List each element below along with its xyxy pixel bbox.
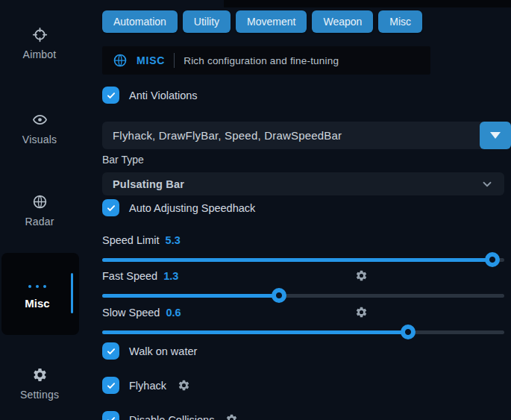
auto-adjusting-speedhack-toggle[interactable]: Auto Adjusting Speedhack	[102, 199, 255, 216]
triangle-down-icon	[490, 132, 501, 139]
checkbox-label: Anti Violations	[129, 90, 198, 101]
slider-thumb[interactable]	[485, 252, 500, 267]
bar-type-label: Bar Type	[102, 154, 144, 166]
category-tabs: Automation Utility Movement Weapon Misc	[102, 10, 422, 33]
slider-value: 1.3	[163, 270, 178, 282]
slider-track[interactable]	[102, 330, 504, 334]
speed-limit-label: Speed Limit 5.3	[102, 234, 504, 246]
slider-track[interactable]	[102, 294, 504, 298]
gear-icon[interactable]	[355, 269, 368, 282]
slider-thumb[interactable]	[272, 288, 286, 303]
bar-flags-value: Flyhack, DrawFlyBar, Speed, DrawSpeedBar	[102, 129, 480, 142]
sidebar-item-label: Visuals	[22, 134, 57, 145]
bar-flags-select[interactable]: Flyhack, DrawFlyBar, Speed, DrawSpeedBar	[102, 122, 511, 149]
sidebar: Aimbot Visuals Radar Misc Settings	[0, 0, 97, 420]
gear-icon	[32, 367, 48, 383]
slider-fill	[102, 294, 279, 298]
slider-fill	[102, 258, 492, 262]
checkbox-checked[interactable]	[102, 199, 119, 216]
checkbox-label: Disable Collisions	[129, 414, 214, 420]
divider	[174, 53, 175, 68]
fast-speed-label: Fast Speed 1.3	[102, 270, 504, 282]
slow-speed-label: Slow Speed 0.6	[102, 307, 504, 319]
sidebar-item-label: Settings	[20, 389, 59, 401]
bar-type-value: Pulsating Bar	[113, 178, 184, 190]
slider-fill	[102, 330, 408, 334]
slider-value: 5.3	[166, 234, 181, 246]
checkbox-checked[interactable]	[102, 377, 119, 394]
gear-icon[interactable]	[355, 306, 368, 319]
fast-speed-slider[interactable]	[102, 288, 504, 303]
eye-icon	[32, 112, 48, 128]
crosshair-icon	[32, 27, 48, 43]
sidebar-item-label: Misc	[1, 297, 73, 310]
tab-movement[interactable]: Movement	[236, 10, 307, 33]
ellipsis-icon	[1, 278, 73, 291]
walk-on-water-toggle[interactable]: Walk on water	[102, 342, 197, 360]
slider-thumb[interactable]	[401, 325, 416, 339]
dropdown-open-button[interactable]	[480, 122, 511, 149]
section-header: MISC Rich configuration and fine-tuning	[102, 46, 430, 75]
globe-icon	[113, 53, 128, 68]
slow-speed-slider[interactable]	[102, 325, 504, 339]
gear-icon[interactable]	[225, 413, 238, 420]
checkbox-checked[interactable]	[102, 342, 119, 360]
anti-violations-toggle[interactable]: Anti Violations	[102, 87, 198, 104]
globe-icon	[32, 194, 48, 210]
speed-limit-slider[interactable]	[102, 252, 504, 267]
slider-name: Speed Limit	[102, 234, 160, 246]
tab-utility[interactable]: Utility	[183, 10, 231, 33]
sidebar-item-settings[interactable]: Settings	[0, 367, 79, 401]
main-content: Automation Utility Movement Weapon Misc …	[102, 0, 511, 420]
sidebar-item-radar[interactable]: Radar	[0, 194, 79, 228]
sidebar-item-misc-active[interactable]: Misc	[1, 253, 79, 335]
checkbox-label: Flyhack	[129, 380, 166, 392]
sidebar-item-aimbot[interactable]: Aimbot	[0, 27, 79, 61]
tab-misc[interactable]: Misc	[378, 10, 422, 33]
section-title: MISC	[137, 54, 165, 66]
bar-type-select[interactable]: Pulsating Bar	[102, 172, 504, 195]
tab-weapon[interactable]: Weapon	[312, 10, 373, 33]
slider-name: Slow Speed	[102, 307, 160, 319]
gear-icon[interactable]	[178, 379, 190, 392]
slider-value: 0.6	[166, 307, 181, 319]
slider-name: Fast Speed	[102, 270, 157, 282]
active-indicator-bar	[71, 273, 73, 313]
chevron-down-icon	[480, 178, 494, 191]
checkbox-checked[interactable]	[102, 87, 119, 104]
checkbox-checked[interactable]	[102, 411, 119, 420]
flyhack-toggle[interactable]: Flyhack	[102, 377, 190, 394]
section-subtitle: Rich configuration and fine-tuning	[184, 55, 339, 66]
tab-automation[interactable]: Automation	[102, 10, 178, 33]
sidebar-item-label: Radar	[25, 216, 54, 228]
sidebar-item-label: Aimbot	[23, 48, 57, 60]
disable-collisions-toggle[interactable]: Disable Collisions	[102, 411, 238, 420]
checkbox-label: Walk on water	[129, 345, 197, 357]
slider-track[interactable]	[102, 258, 504, 262]
sidebar-item-visuals[interactable]: Visuals	[0, 112, 79, 146]
checkbox-label: Auto Adjusting Speedhack	[129, 202, 255, 214]
